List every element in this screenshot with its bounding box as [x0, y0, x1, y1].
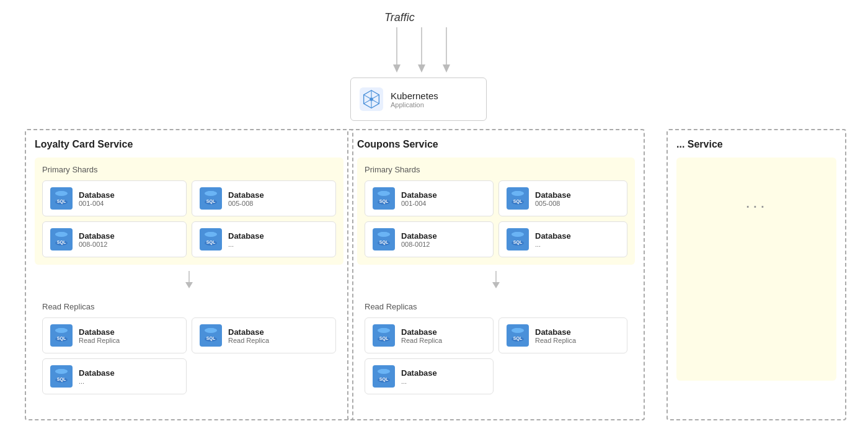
coupons-db-3-name: Database: [401, 231, 437, 241]
coupons-db-2-text: Database 005-008: [535, 190, 571, 207]
coupons-db-3-text: Database 008-0012: [401, 231, 437, 248]
svg-point-70: [512, 191, 524, 196]
db-sql-icon-2: SQL: [200, 187, 222, 210]
loyalty-db-4-sub: ...: [228, 241, 264, 248]
svg-point-52: [205, 328, 217, 333]
coupons-replica-1-text: Database Read Replica: [401, 327, 442, 344]
ellipsis-service-title: ... Service: [676, 139, 836, 150]
svg-text:SQL: SQL: [206, 336, 216, 341]
svg-point-58: [55, 369, 68, 374]
db-sql-icon-4: SQL: [200, 228, 222, 251]
kubernetes-icon: [360, 87, 383, 111]
coupons-db-1-sub: 001-004: [401, 200, 437, 207]
svg-point-46: [55, 328, 68, 333]
loyalty-replicas-section: Read Replicas SQL Database Read Replica: [35, 295, 343, 402]
traffic-arrows: [372, 26, 471, 82]
loyalty-replica-3-sub: ...: [79, 378, 115, 385]
loyalty-primary-db-grid: SQL SQL Database 001-004: [42, 180, 336, 257]
coupons-replica-3-sub: ...: [401, 378, 437, 385]
db-sql-icon: SQL SQL: [50, 187, 73, 210]
coupons-db-4-text: Database ...: [535, 231, 571, 248]
svg-text:SQL: SQL: [57, 199, 66, 204]
svg-marker-5: [443, 64, 450, 73]
loyalty-replica-card-1: SQL Database Read Replica: [42, 317, 187, 353]
coupons-db-1-text: Database 001-004: [401, 190, 437, 207]
db-replica-icon-1: SQL: [50, 324, 73, 347]
loyalty-db-card-1: SQL SQL Database 001-004: [42, 180, 187, 216]
svg-point-8: [370, 97, 373, 101]
coupons-db-card-1: SQL Database 001-004: [365, 180, 494, 216]
svg-text:SQL: SQL: [513, 336, 523, 341]
svg-text:SQL: SQL: [57, 377, 66, 382]
coupons-db-card-4: SQL Database ...: [498, 221, 627, 257]
loyalty-replica-1-sub: Read Replica: [79, 337, 120, 344]
loyalty-db-card-4: SQL Database ...: [192, 221, 336, 257]
coupons-db-3-sub: 008-0012: [401, 241, 437, 248]
svg-text:SQL: SQL: [206, 240, 216, 245]
svg-point-38: [205, 232, 217, 237]
coupons-replica-3-text: Database ...: [401, 368, 437, 385]
loyalty-replicas-label: Read Replicas: [42, 302, 336, 311]
svg-marker-85: [492, 282, 500, 288]
svg-point-64: [378, 191, 390, 196]
svg-marker-41: [185, 282, 193, 288]
loyalty-db-4-text: Database ...: [228, 231, 264, 248]
coupons-replica-2-sub: Read Replica: [535, 337, 576, 344]
loyalty-replica-card-2: SQL Database Read Replica: [192, 317, 336, 353]
coupons-primary-db-grid: SQL Database 001-004 SQL: [365, 180, 627, 257]
loyalty-db-3-name: Database: [79, 231, 115, 241]
loyalty-arrow-down: [35, 271, 343, 291]
coupons-replica-card-2: SQL Database Read Replica: [498, 317, 627, 353]
svg-point-96: [512, 328, 524, 333]
loyalty-service-container: Loyalty Card Service Primary Shards SQL …: [25, 129, 353, 420]
loyalty-replicas-grid: SQL Database Read Replica SQL: [42, 317, 336, 394]
coupons-replicas-label: Read Replicas: [365, 302, 627, 311]
coupons-db-4-name: Database: [535, 231, 571, 241]
svg-point-102: [378, 369, 390, 374]
coupons-db-card-3: SQL Database 008-0012: [365, 221, 494, 257]
svg-point-82: [512, 232, 524, 237]
svg-text:SQL: SQL: [379, 240, 389, 245]
coupons-replica-icon-2: SQL: [507, 324, 529, 347]
kubernetes-subtitle: Application: [391, 101, 438, 109]
coupons-primary-shards-label: Primary Shards: [365, 165, 627, 174]
loyalty-db-card-2: SQL Database 005-008: [192, 180, 336, 216]
coupons-replicas-grid: SQL Database Read Replica SQL: [365, 317, 627, 394]
ellipsis-dots: ...: [684, 165, 829, 239]
svg-text:SQL: SQL: [513, 240, 523, 245]
coupons-db-2-sub: 005-008: [535, 200, 571, 207]
loyalty-primary-shards-label: Primary Shards: [42, 165, 336, 174]
db-sql-icon-3: SQL: [50, 228, 73, 251]
loyalty-replica-3-text: Database ...: [79, 368, 115, 385]
coupons-replica-card-3: SQL Database ...: [365, 358, 494, 394]
loyalty-db-3-text: Database 008-0012: [79, 231, 115, 248]
loyalty-db-1-text: Database 001-004: [79, 190, 115, 207]
loyalty-primary-shards: Primary Shards SQL SQL Database 001-0: [35, 157, 343, 265]
loyalty-db-4-name: Database: [228, 231, 264, 241]
coupons-replica-1-sub: Read Replica: [401, 337, 442, 344]
svg-text:SQL: SQL: [379, 336, 389, 341]
loyalty-replica-card-3: SQL Database ...: [42, 358, 187, 394]
loyalty-replica-2-name: Database: [228, 327, 269, 337]
svg-point-90: [378, 328, 390, 333]
svg-text:SQL: SQL: [57, 240, 66, 245]
loyalty-db-2-text: Database 005-008: [228, 190, 264, 207]
coupons-primary-shards: Primary Shards SQL Database 001-004: [357, 157, 635, 265]
coupons-db-sql-icon-4: SQL: [507, 228, 529, 251]
traffic-label: Traffic: [384, 11, 415, 24]
loyalty-db-card-3: SQL Database 008-0012: [42, 221, 187, 257]
coupons-db-1-name: Database: [401, 190, 437, 200]
loyalty-db-1-sub: 001-004: [79, 200, 115, 207]
loyalty-replica-2-sub: Read Replica: [228, 337, 269, 344]
coupons-replica-2-text: Database Read Replica: [535, 327, 576, 344]
svg-text:SQL: SQL: [379, 199, 389, 204]
loyalty-db-1-name: Database: [79, 190, 115, 200]
db-replica-icon-2: SQL: [200, 324, 222, 347]
svg-point-26: [205, 191, 217, 196]
coupons-db-4-sub: ...: [535, 241, 571, 248]
svg-point-76: [378, 232, 390, 237]
svg-text:SQL: SQL: [206, 199, 216, 204]
svg-marker-3: [418, 64, 425, 73]
loyalty-replica-1-text: Database Read Replica: [79, 327, 120, 344]
ellipsis-shards-section: ...: [676, 157, 836, 381]
